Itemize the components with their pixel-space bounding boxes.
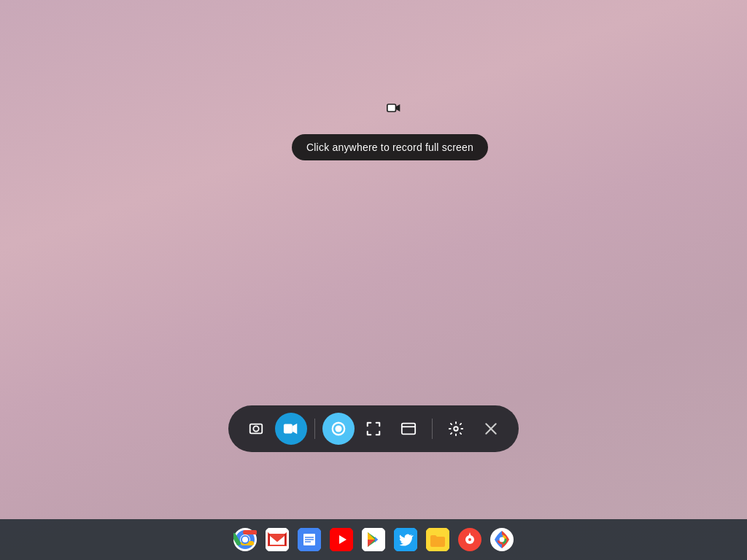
svg-point-36	[468, 538, 471, 541]
screenshot-button[interactable]	[240, 413, 272, 445]
taskbar-gmail[interactable]	[263, 525, 292, 554]
svg-point-3	[253, 426, 258, 431]
svg-rect-8	[402, 424, 415, 435]
fullscreen-record-button[interactable]	[322, 413, 355, 445]
close-button[interactable]	[475, 413, 507, 445]
svg-point-7	[335, 425, 341, 432]
taskbar-photos[interactable]	[487, 525, 516, 554]
toolbar-divider-2	[432, 419, 433, 439]
svg-point-10	[454, 427, 458, 431]
taskbar-chrome[interactable]	[231, 525, 260, 554]
svg-rect-19	[285, 534, 286, 545]
record-video-button[interactable]	[275, 413, 307, 445]
taskbar-youtube[interactable]	[327, 525, 356, 554]
record-tooltip: Click anywhere to record full screen	[292, 134, 488, 160]
svg-rect-18	[268, 534, 270, 545]
settings-button[interactable]	[440, 413, 472, 445]
taskbar-files[interactable]	[423, 525, 452, 554]
taskbar-docs[interactable]	[295, 525, 324, 554]
desktop[interactable]: Click anywhere to record full screen	[0, 0, 747, 525]
taskbar-music[interactable]	[455, 525, 484, 554]
tooltip-text: Click anywhere to record full screen	[306, 141, 473, 153]
taskbar-twitter[interactable]	[391, 525, 420, 554]
taskbar	[0, 519, 747, 560]
svg-marker-5	[293, 424, 297, 435]
capture-toolbar	[228, 405, 519, 452]
window-capture-button[interactable]	[392, 413, 425, 445]
svg-rect-0	[387, 104, 396, 112]
svg-marker-1	[396, 104, 400, 112]
svg-rect-4	[284, 424, 293, 434]
video-cursor-icon	[387, 102, 401, 114]
svg-point-16	[242, 537, 248, 542]
toolbar-divider-1	[314, 419, 315, 439]
partial-screen-button[interactable]	[357, 413, 390, 445]
taskbar-playstore[interactable]	[359, 525, 388, 554]
